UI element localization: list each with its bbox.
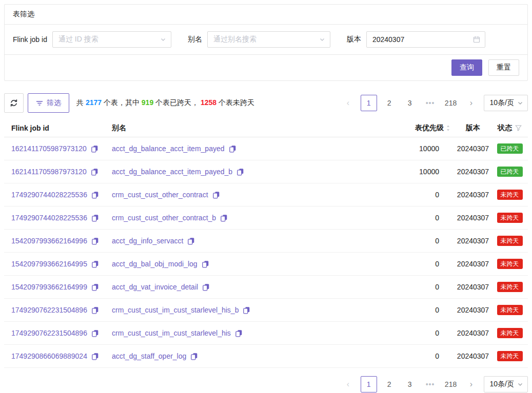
alias-link[interactable]: acct_dg_balance_acct_item_payed_b (112, 168, 232, 176)
page-size-select[interactable]: 10条/页 (484, 376, 528, 392)
alias-link[interactable]: crm_cust_cust_other_contract_b (112, 214, 216, 222)
flink-job-id-link[interactable]: 1749290744028225536 (11, 214, 87, 222)
flink-job-id-link[interactable]: 1542097993662164999 (11, 283, 87, 291)
flink-job-id-link[interactable]: 1749290866069889024 (11, 352, 87, 360)
copy-icon[interactable] (229, 145, 237, 153)
version-date-input[interactable]: 20240307 (366, 31, 485, 48)
copy-icon[interactable] (91, 260, 99, 268)
copy-icon[interactable] (91, 145, 98, 153)
flink-job-id-link[interactable]: 1749290762231504896 (11, 329, 87, 337)
version-cell: 20240307 (455, 283, 491, 291)
pages-ellipsis[interactable]: ••• (422, 376, 439, 392)
page-button-1[interactable]: 1 (361, 95, 377, 111)
alias-link[interactable]: crm_cust_cust_im_cust_starlevel_his (112, 329, 231, 337)
flink-job-id-link[interactable]: 1542097993662164996 (11, 237, 87, 245)
reset-button[interactable]: 重置 (488, 59, 519, 76)
alias-cell: acct_dg_staff_oper_log (105, 352, 361, 360)
copy-icon[interactable] (237, 168, 244, 176)
summary-crossed-count: 919 (142, 98, 153, 107)
copy-icon[interactable] (202, 283, 210, 291)
status-cell: 未跨天 (491, 190, 528, 200)
status-badge: 已跨天 (497, 143, 523, 154)
table-row: 1621411705987973120acct_dg_balance_acct_… (4, 137, 528, 160)
chevron-down-icon (517, 381, 523, 387)
copy-icon[interactable] (91, 214, 99, 222)
header-status-label: 状态 (498, 123, 512, 133)
next-page-button[interactable]: › (463, 376, 480, 392)
copy-icon[interactable] (91, 283, 99, 291)
filter-button[interactable]: 筛选 (28, 93, 69, 113)
alias-link[interactable]: acct_dg_staff_oper_log (112, 352, 186, 360)
prev-page-button[interactable]: ‹ (340, 376, 357, 392)
calendar-icon (473, 36, 480, 43)
next-page-button[interactable]: › (463, 95, 480, 111)
copy-icon[interactable] (91, 353, 99, 360)
alias-link[interactable]: acct_dg_info_servacct (112, 237, 183, 245)
summary-suffix: 个表未跨天 (216, 98, 254, 107)
page-button-3[interactable]: 3 (402, 95, 418, 111)
status-cell: 未跨天 (491, 259, 528, 269)
bottom-bar: ‹123•••218›10条/页 (4, 376, 528, 392)
funnel-filter-icon[interactable] (515, 125, 522, 131)
copy-icon[interactable] (91, 191, 99, 199)
copy-icon[interactable] (235, 329, 243, 337)
pagination-top: ‹123•••218›10条/页 (340, 95, 528, 111)
header-status[interactable]: 状态 (491, 123, 528, 133)
flink-job-id-link[interactable]: 1749290762231504896 (11, 306, 87, 314)
prev-page-button[interactable]: ‹ (340, 95, 357, 111)
copy-icon[interactable] (243, 306, 250, 314)
status-badge: 未跨天 (497, 236, 523, 246)
table-row: 1542097993662164996acct_dg_info_servacct… (4, 230, 528, 253)
alias-link[interactable]: crm_cust_cust_other_contract (112, 191, 208, 199)
sorter-icon[interactable] (446, 125, 450, 132)
alias-cell: acct_dg_balance_acct_item_payed (105, 144, 361, 153)
copy-icon[interactable] (91, 237, 99, 245)
header-priority[interactable]: 表优先级 (361, 123, 455, 133)
copy-icon[interactable] (202, 260, 209, 268)
copy-icon[interactable] (212, 191, 220, 199)
page-button-2[interactable]: 2 (381, 95, 398, 111)
alias-cell: crm_cust_cust_other_contract_b (105, 214, 361, 222)
query-button[interactable]: 查询 (451, 59, 482, 76)
copy-icon[interactable] (187, 237, 195, 245)
alias-link[interactable]: acct_dg_balance_acct_item_payed (112, 144, 225, 153)
page-size-select[interactable]: 10条/页 (484, 95, 528, 111)
status-cell: 未跨天 (491, 236, 528, 246)
copy-icon[interactable] (91, 168, 98, 176)
alias-link[interactable]: acct_dg_bal_obj_modi_log (112, 260, 198, 268)
page-button-218[interactable]: 218 (443, 376, 459, 392)
version-value: 20240307 (372, 35, 404, 44)
alias-cell: acct_dg_balance_acct_item_payed_b (105, 168, 361, 176)
copy-icon[interactable] (91, 329, 99, 337)
card-title: 表筛选 (5, 5, 527, 24)
page-button-3[interactable]: 3 (402, 376, 418, 392)
status-badge: 未跨天 (497, 282, 523, 292)
page-button-218[interactable]: 218 (443, 95, 459, 111)
flink-job-id-cell: 1749290744028225536 (4, 191, 105, 199)
refresh-icon (10, 99, 18, 107)
flink-job-id-select[interactable]: 通过 ID 搜索 (52, 31, 171, 48)
priority-cell: 10000 (361, 144, 455, 153)
copy-icon[interactable] (220, 214, 228, 222)
filter-row: Flink job id 通过 ID 搜索 别名 通过别名搜索 版本 20240… (5, 25, 527, 54)
copy-icon[interactable] (91, 306, 99, 314)
flink-job-id-link[interactable]: 1749290744028225536 (11, 191, 87, 199)
copy-icon[interactable] (190, 353, 198, 360)
alias-link[interactable]: acct_dg_vat_invoice_detail (112, 283, 198, 291)
alias-select[interactable]: 通过别名搜索 (207, 31, 330, 48)
alias-cell: acct_dg_vat_invoice_detail (105, 283, 361, 291)
refresh-button[interactable] (4, 93, 24, 113)
pages-ellipsis[interactable]: ••• (422, 95, 439, 111)
flink-job-id-label: Flink job id (13, 35, 47, 44)
table-header-row: Flink job id 别名 表优先级 版本 状态 (4, 119, 528, 137)
flink-job-id-cell: 1749290744028225536 (4, 214, 105, 222)
alias-link[interactable]: crm_cust_cust_im_cust_starlevel_his_b (112, 306, 239, 314)
flink-job-id-link[interactable]: 1542097993662164995 (11, 260, 87, 268)
page-button-1[interactable]: 1 (361, 376, 377, 392)
priority-cell: 0 (361, 214, 455, 222)
flink-job-id-link[interactable]: 1621411705987973120 (11, 168, 87, 176)
page-button-2[interactable]: 2 (381, 376, 398, 392)
pagination-bottom: ‹123•••218›10条/页 (340, 376, 528, 392)
version-label: 版本 (347, 35, 361, 44)
flink-job-id-link[interactable]: 1621411705987973120 (11, 144, 87, 153)
